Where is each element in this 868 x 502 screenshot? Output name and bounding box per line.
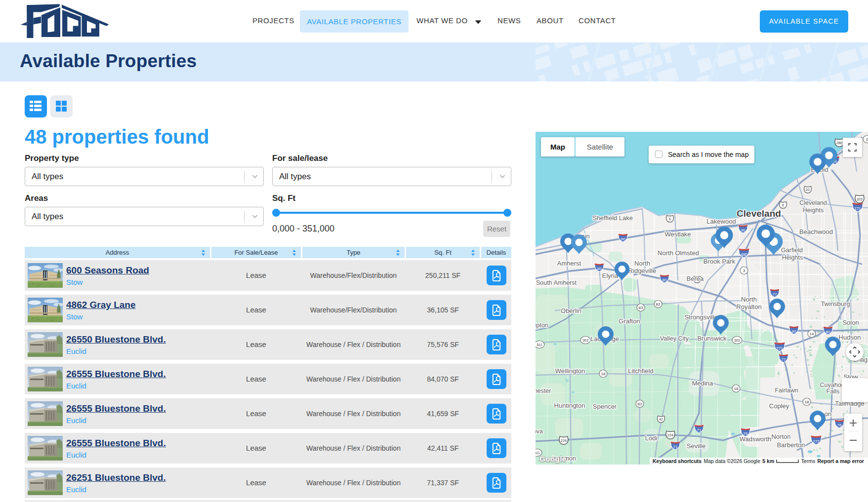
svg-text:ova: ova: [536, 428, 543, 435]
svg-text:Seville: Seville: [687, 442, 705, 450]
svg-text:North: North: [634, 260, 650, 267]
svg-text:80: 80: [792, 329, 796, 334]
svg-text:hester: hester: [536, 387, 551, 394]
svg-text:6: 6: [669, 217, 671, 221]
svg-text:Grafton: Grafton: [619, 317, 640, 325]
svg-text:Sheffield Lake: Sheffield Lake: [592, 214, 633, 222]
svg-text:North: North: [741, 296, 757, 303]
svg-text:Cleveland: Cleveland: [799, 199, 827, 206]
svg-text:14: 14: [810, 332, 814, 336]
svg-text:271: 271: [854, 207, 861, 211]
svg-text:Hudson: Hudson: [839, 334, 861, 341]
svg-text:511: 511: [536, 451, 540, 455]
svg-text:Barberton: Barberton: [777, 441, 805, 449]
svg-text:18: 18: [805, 400, 809, 404]
svg-text:Norton: Norton: [771, 433, 790, 440]
svg-text:Amherst: Amherst: [557, 260, 581, 267]
svg-text:Heights: Heights: [803, 207, 824, 214]
svg-text:Garfield: Garfield: [781, 247, 803, 254]
svg-text:Ridgeville: Ridgeville: [628, 267, 656, 274]
svg-text:Valley City: Valley City: [660, 335, 689, 342]
svg-text:71: 71: [673, 445, 678, 449]
svg-text:90: 90: [741, 228, 745, 232]
svg-text:303: 303: [582, 339, 588, 342]
svg-text:Royalton: Royalton: [736, 303, 761, 310]
svg-text:71: 71: [697, 428, 702, 432]
svg-text:Heights: Heights: [782, 254, 803, 261]
svg-text:224: 224: [561, 438, 567, 443]
svg-text:80: 80: [662, 278, 667, 282]
svg-text:90: 90: [621, 237, 625, 241]
svg-text:83: 83: [639, 306, 643, 310]
svg-text:303: 303: [734, 339, 740, 342]
svg-text:Westlake: Westlake: [664, 231, 691, 238]
svg-text:18: 18: [601, 372, 606, 376]
svg-text:Beachwood: Beachwood: [799, 228, 833, 235]
svg-text:Litchfield: Litchfield: [628, 367, 653, 375]
svg-text:277: 277: [813, 440, 820, 444]
svg-text:77: 77: [773, 292, 777, 297]
svg-text:18: 18: [734, 386, 739, 391]
svg-text:Falls: Falls: [827, 388, 839, 395]
svg-text:42: 42: [659, 418, 663, 421]
svg-text:Medina: Medina: [692, 380, 713, 387]
svg-text:Fairlawn: Fairlawn: [775, 387, 798, 394]
svg-text:224: 224: [667, 433, 673, 437]
svg-text:Wellington: Wellington: [555, 367, 585, 375]
svg-text:Solon: Solon: [842, 319, 859, 326]
svg-text:6: 6: [782, 203, 784, 207]
svg-text:Cleveland: Cleveland: [737, 208, 781, 219]
svg-text:Huntington: Huntington: [554, 402, 585, 409]
svg-text:80: 80: [597, 267, 602, 271]
svg-text:76: 76: [837, 423, 842, 427]
svg-text:Brook Park: Brook Park: [703, 258, 736, 265]
svg-text:77: 77: [782, 357, 786, 362]
svg-text:Spencer: Spencer: [593, 403, 617, 410]
svg-text:83: 83: [638, 402, 642, 406]
svg-text:ipton: ipton: [536, 322, 548, 329]
svg-text:Berea: Berea: [687, 275, 704, 282]
svg-text:Copley: Copley: [769, 402, 789, 410]
svg-text:Oberlin: Oberlin: [561, 307, 581, 314]
svg-text:480: 480: [741, 253, 747, 257]
svg-text:Wadsworth: Wadsworth: [740, 435, 772, 443]
svg-text:511: 511: [537, 343, 542, 347]
svg-text:80: 80: [826, 330, 830, 334]
svg-text:280: 280: [836, 141, 842, 145]
svg-text:271: 271: [776, 347, 783, 351]
svg-text:on: on: [825, 410, 831, 418]
svg-text:20: 20: [806, 188, 810, 192]
svg-text:3: 3: [743, 269, 745, 273]
svg-text:South Amherst: South Amherst: [536, 279, 577, 286]
svg-text:Strongsville: Strongsville: [684, 313, 717, 321]
svg-text:Brunswick: Brunswick: [697, 335, 727, 342]
svg-text:Lakewood: Lakewood: [706, 218, 736, 225]
svg-text:2: 2: [866, 137, 868, 142]
svg-text:82: 82: [656, 302, 661, 307]
svg-text:322: 322: [857, 197, 863, 201]
svg-text:Twinsburg: Twinsburg: [821, 300, 850, 308]
svg-text:North Olmsted: North Olmsted: [658, 249, 699, 257]
svg-text:Lodi: Lodi: [645, 434, 658, 442]
